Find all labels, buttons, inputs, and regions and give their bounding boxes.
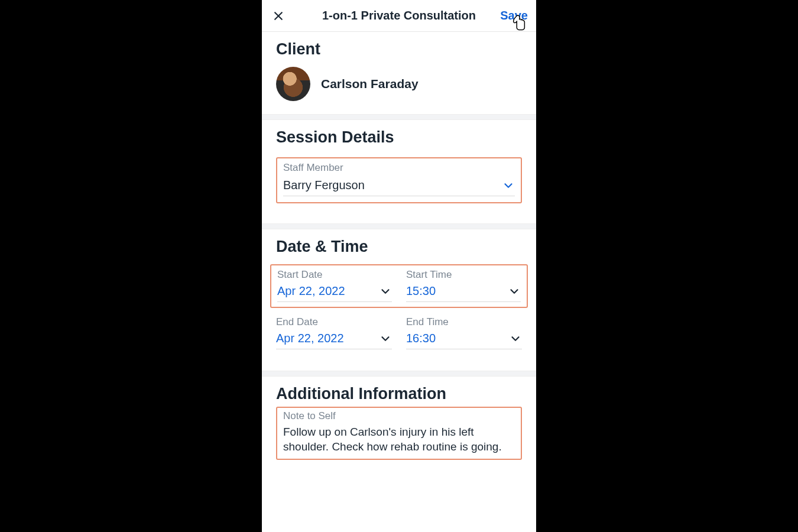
start-time-value: 15:30 (406, 284, 436, 298)
chevron-down-icon (508, 285, 521, 298)
modal-title: 1-on-1 Private Consultation (262, 9, 536, 22)
note-value: Follow up on Carlson's injury in his lef… (283, 424, 515, 454)
client-avatar (276, 67, 310, 101)
additional-heading: Additional Information (276, 385, 522, 403)
end-date-field[interactable]: End Date Apr 22, 2022 (276, 316, 392, 349)
additional-info-section: Additional Information Note to Self Foll… (262, 377, 536, 478)
divider (262, 371, 536, 377)
app-screen: 1-on-1 Private Consultation Save Client … (262, 0, 536, 532)
divider (262, 223, 536, 229)
note-label: Note to Self (283, 410, 515, 422)
start-time-field[interactable]: Start Time 15:30 (406, 269, 521, 302)
start-datetime-group: Start Date Apr 22, 2022 Start Time 15:30 (270, 264, 528, 308)
save-button[interactable]: Save (500, 9, 528, 22)
datetime-heading: Date & Time (276, 238, 522, 256)
staff-member-field[interactable]: Staff Member Barry Ferguson (276, 157, 522, 203)
session-details-section: Session Details Staff Member Barry Fergu… (262, 120, 536, 223)
close-button[interactable] (270, 8, 287, 24)
client-heading: Client (276, 40, 522, 59)
end-time-label: End Time (406, 316, 522, 328)
client-section: Client Carlson Faraday (262, 32, 536, 114)
start-date-value: Apr 22, 2022 (277, 284, 345, 298)
end-date-label: End Date (276, 316, 392, 328)
staff-member-value: Barry Ferguson (283, 179, 365, 192)
start-date-label: Start Date (277, 269, 392, 281)
start-date-field[interactable]: Start Date Apr 22, 2022 (277, 269, 392, 302)
divider (262, 114, 536, 120)
start-time-label: Start Time (406, 269, 521, 281)
end-time-value: 16:30 (406, 332, 436, 345)
note-to-self-field[interactable]: Note to Self Follow up on Carlson's inju… (276, 407, 522, 460)
date-time-section: Date & Time Start Date Apr 22, 2022 Star… (262, 229, 536, 371)
client-name: Carlson Faraday (321, 77, 419, 91)
staff-member-label: Staff Member (283, 162, 515, 174)
end-datetime-group: End Date Apr 22, 2022 End Time 16:30 (276, 308, 522, 349)
client-row[interactable]: Carlson Faraday (276, 67, 522, 101)
session-heading: Session Details (276, 128, 522, 147)
close-icon (273, 10, 284, 22)
chevron-down-icon (379, 332, 392, 345)
end-time-field[interactable]: End Time 16:30 (406, 316, 522, 349)
end-date-value: Apr 22, 2022 (276, 332, 344, 345)
chevron-down-icon (502, 179, 515, 192)
chevron-down-icon (509, 332, 522, 345)
modal-header: 1-on-1 Private Consultation Save (262, 0, 536, 32)
chevron-down-icon (379, 285, 392, 298)
